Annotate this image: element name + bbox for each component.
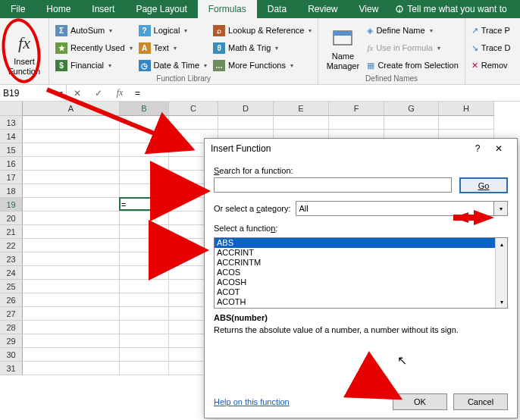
cell-B27[interactable] (120, 307, 169, 321)
text-button[interactable]: AText▾ (137, 40, 209, 55)
row-header-20[interactable]: 20 (0, 212, 23, 225)
col-header-C[interactable]: C (169, 102, 218, 116)
name-box[interactable]: B19▾ (0, 85, 67, 101)
cell-A28[interactable] (23, 321, 120, 334)
cell-B31[interactable] (120, 362, 169, 375)
function-item[interactable]: ACCRINTM (215, 258, 495, 268)
function-item[interactable]: ACOSH (215, 277, 495, 287)
row-header-27[interactable]: 27 (0, 307, 23, 321)
cell-G13[interactable] (384, 116, 439, 130)
help-link[interactable]: Help on this function (214, 397, 387, 406)
cell-B23[interactable] (120, 252, 169, 266)
enter-edit-button[interactable]: ✓ (88, 85, 109, 102)
row-header-16[interactable]: 16 (0, 157, 23, 171)
math-trig-button[interactable]: θMath & Trig▾ (211, 40, 313, 55)
cell-A30[interactable] (23, 348, 120, 362)
tab-page-layout[interactable]: Page Layout (125, 0, 197, 18)
more-functions-button[interactable]: …More Functions▾ (211, 58, 313, 73)
cell-A18[interactable] (23, 184, 120, 198)
tab-review[interactable]: Review (297, 0, 348, 18)
tab-insert[interactable]: Insert (81, 0, 125, 18)
row-header-18[interactable]: 18 (0, 184, 23, 198)
category-select[interactable]: All ▾ (296, 201, 509, 216)
cell-B20[interactable] (120, 212, 169, 225)
cell-B21[interactable] (120, 225, 169, 239)
row-header-19[interactable]: 19 (0, 198, 23, 212)
define-name-button[interactable]: ◈Define Name▾ (365, 23, 459, 38)
cancel-edit-button[interactable]: ✕ (67, 85, 88, 102)
dialog-titlebar[interactable]: Insert Function ? ✕ (205, 139, 517, 158)
cell-D13[interactable] (218, 116, 274, 130)
cell-A16[interactable] (23, 157, 120, 171)
scrollbar[interactable]: ▴▾ (495, 238, 507, 308)
row-header-14[interactable]: 14 (0, 130, 23, 143)
go-button[interactable]: Go (459, 177, 508, 193)
cell-B25[interactable] (120, 280, 169, 293)
function-item[interactable]: ACOS (215, 268, 495, 277)
cell-B26[interactable] (120, 293, 169, 307)
fx-button[interactable]: fx (109, 85, 130, 102)
cell-A23[interactable] (23, 252, 120, 266)
trace-dependents-button[interactable]: ↘Trace D (470, 40, 512, 55)
cell-E13[interactable] (274, 116, 329, 130)
function-item[interactable]: ABS (215, 238, 495, 248)
row-header-25[interactable]: 25 (0, 280, 23, 293)
row-header-22[interactable]: 22 (0, 239, 23, 252)
cell-A15[interactable] (23, 143, 120, 157)
row-header-13[interactable]: 13 (0, 116, 23, 130)
ok-button[interactable]: OK (393, 393, 447, 410)
row-header-17[interactable]: 17 (0, 171, 23, 184)
cancel-button[interactable]: Cancel (453, 393, 508, 410)
row-header-24[interactable]: 24 (0, 266, 23, 280)
cell-B13[interactable] (120, 116, 169, 130)
lookup-ref-button[interactable]: ⌕Lookup & Reference▾ (211, 23, 313, 38)
date-time-button[interactable]: ◷Date & Time▾ (137, 58, 209, 73)
tab-data[interactable]: Data (257, 0, 297, 18)
tab-formulas[interactable]: Formulas (198, 0, 257, 18)
col-header-D[interactable]: D (218, 102, 274, 116)
cell-B15[interactable] (120, 143, 169, 157)
tab-file[interactable]: File (0, 0, 36, 18)
col-header-B[interactable]: B (120, 102, 169, 116)
tell-me[interactable]: Tell me what you want to (389, 0, 512, 18)
logical-button[interactable]: ?Logical▾ (137, 23, 209, 38)
tab-view[interactable]: View (349, 0, 390, 18)
cell-B19[interactable]: = (120, 198, 169, 212)
row-header-21[interactable]: 21 (0, 225, 23, 239)
cell-A27[interactable] (23, 307, 120, 321)
function-item[interactable]: ACOTH (215, 297, 495, 307)
autosum-button[interactable]: ΣAutoSum▾ (54, 23, 134, 38)
create-from-selection-button[interactable]: ▦Create from Selection (365, 58, 459, 73)
recently-used-button[interactable]: ★Recently Used▾ (54, 40, 134, 55)
cell-B24[interactable] (120, 266, 169, 280)
function-item[interactable]: ACCRINT (215, 248, 495, 258)
close-button[interactable]: ✕ (487, 143, 511, 154)
cell-B18[interactable] (120, 184, 169, 198)
name-manager-button[interactable]: Name Manager (323, 20, 362, 74)
remove-arrows-button[interactable]: ✕Remov (470, 58, 512, 73)
cell-A19[interactable] (23, 198, 120, 212)
cell-A26[interactable] (23, 293, 120, 307)
insert-function-button[interactable]: fx Insert Function (5, 20, 44, 84)
use-in-formula-button[interactable]: fxUse in Formula▾ (365, 40, 459, 55)
cell-A17[interactable] (23, 171, 120, 184)
help-button[interactable]: ? (468, 143, 487, 154)
cell-B22[interactable] (120, 239, 169, 252)
trace-precedents-button[interactable]: ↗Trace P (470, 23, 512, 38)
cell-B14[interactable] (120, 130, 169, 143)
cell-A24[interactable] (23, 266, 120, 280)
cell-B17[interactable] (120, 171, 169, 184)
row-header-28[interactable]: 28 (0, 321, 23, 334)
function-list[interactable]: ABSACCRINTACCRINTMACOSACOSHACOTACOTH ▴▾ (214, 237, 508, 309)
cell-A31[interactable] (23, 362, 120, 375)
cell-A14[interactable] (23, 130, 120, 143)
col-header-G[interactable]: G (384, 102, 439, 116)
cell-A29[interactable] (23, 334, 120, 348)
cell-A22[interactable] (23, 239, 120, 252)
search-input[interactable] (214, 177, 452, 193)
col-header-E[interactable]: E (274, 102, 329, 116)
cell-F13[interactable] (329, 116, 384, 130)
cell-C13[interactable] (169, 116, 218, 130)
col-header-H[interactable]: H (439, 102, 494, 116)
formula-input[interactable]: = (130, 85, 520, 101)
